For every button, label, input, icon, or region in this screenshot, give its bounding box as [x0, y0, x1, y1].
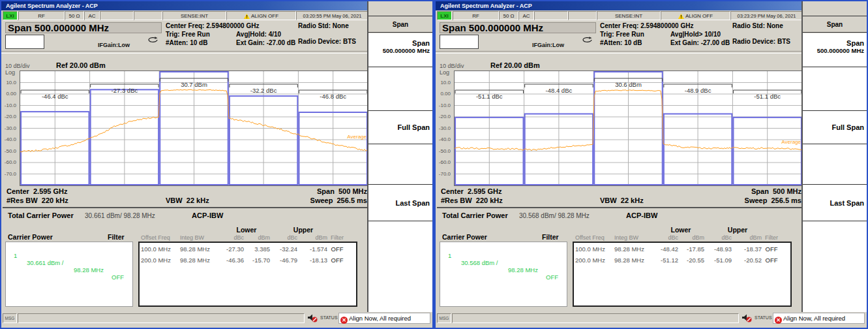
sweep-time-footer: Sweep 256.5 ms: [703, 196, 801, 204]
clock: 03:23:29 PM May 06, 2021: [730, 11, 803, 20]
y-axis-tick-label: 10.0: [440, 80, 451, 86]
annotation-box: [5, 35, 44, 49]
spectrum-trace-svg: -51.1 dBc-48.4 dBc30.6 dBm-48.9 dBc-51.1…: [455, 71, 802, 185]
col-upper-dbc: dBc: [270, 234, 297, 241]
measurement-mode-label: ACP-IBW: [626, 212, 657, 219]
last-span-softkey[interactable]: Last Span: [368, 185, 432, 221]
carrier-bw-value: 98.28 MHz: [508, 266, 538, 274]
upper-header: Upper: [284, 226, 323, 234]
clock: 03:20:55 PM May 06, 2021: [296, 11, 368, 20]
table-row: 200.0 MHz 98.28 MHz -46.36 -15.70 -46.79…: [141, 257, 347, 264]
carrier-bw-value: 98.28 MHz: [74, 266, 104, 274]
svg-text:-27.3 dBc: -27.3 dBc: [112, 87, 138, 94]
ifgain-label: IFGain:Low: [98, 42, 130, 48]
speaker-muted-icon: [741, 313, 753, 323]
rf-input-indicator: RF: [18, 11, 65, 20]
span-softkey[interactable]: Span 500.000000 MHz: [803, 33, 867, 67]
softkey-empty: [803, 67, 867, 111]
y-axis-tick-label: -70.0: [5, 171, 16, 177]
table-row: 200.0 MHz 98.28 MHz -51.12 -20.55 -51.09…: [575, 257, 781, 264]
span-softkey-label: Span: [803, 39, 864, 47]
total-carrier-power-label: Total Carrier Power: [442, 212, 508, 219]
offset-freq-cell: 100.0 MHz: [575, 245, 614, 253]
atten-readout: #Atten: 10 dB: [166, 39, 207, 46]
y-axis-tick-label: -20.0: [5, 114, 16, 119]
radio-std-readout: Radio Std: None: [732, 22, 783, 29]
span-footer: Span 500 MHz: [710, 187, 801, 195]
col-filter: Filter: [327, 234, 347, 241]
offset-freq-cell: 100.0 MHz: [141, 245, 180, 253]
total-carrier-power-label: Total Carrier Power: [8, 212, 74, 219]
lower-dbm-cell: -17.85: [678, 245, 704, 253]
lower-dbc-cell: -46.36: [218, 257, 244, 264]
lower-header: Lower: [661, 226, 700, 234]
active-function-display: Span 500.000000 MHz: [5, 22, 162, 33]
ext-gain-readout: Ext Gain: -27.00 dB: [670, 39, 730, 46]
window-title: Agilent Spectrum Analyzer - ACP: [440, 3, 532, 9]
status-cell-empty: [100, 11, 134, 20]
carrier-power-value: 30.568 dBm /: [461, 259, 498, 266]
full-span-softkey[interactable]: Full Span: [803, 111, 867, 144]
upper-dbc-cell: -46.79: [270, 257, 297, 264]
ref-level-label: Ref 20.00 dBm: [490, 61, 540, 69]
lower-header: Lower: [227, 226, 266, 234]
svg-text:-46.4 dBc: -46.4 dBc: [42, 93, 68, 100]
softkey-empty: [368, 67, 432, 111]
span-softkey[interactable]: Span 500.000000 MHz: [368, 33, 432, 67]
col-integ-bw: Integ BW: [180, 234, 218, 241]
res-bw-footer: #Res BW 220 kHz: [441, 196, 503, 204]
align-warning: ✕Align Now, All required: [338, 313, 430, 324]
align-warning: ✕Align Now, All required: [773, 313, 865, 324]
svg-text:-48.4 dBc: -48.4 dBc: [546, 87, 573, 94]
filter-cell: OFF: [327, 245, 347, 253]
upper-header: Upper: [718, 226, 757, 234]
lower-dbc-cell: -27.30: [218, 245, 244, 253]
msg-label: MSG: [437, 313, 451, 323]
center-freq-readout: Center Freq: 2.594800000 GHz: [166, 22, 259, 29]
upper-dbm-cell: -18.13: [297, 257, 327, 264]
svg-text:30.7 dBm: 30.7 dBm: [181, 81, 207, 88]
svg-text:-46.8 dBc: -46.8 dBc: [320, 93, 346, 100]
y-axis-tick-label: -30.0: [5, 125, 16, 131]
col-offset-freq: Offset Freq: [575, 234, 614, 241]
upper-dbc-cell: -51.09: [704, 257, 732, 264]
span-softkey-value: 500.000000 MHz: [803, 47, 864, 54]
filter-cell: OFF: [762, 257, 781, 264]
softkey-empty: [368, 144, 432, 185]
col-lower-dbc: dBc: [652, 234, 678, 241]
last-span-softkey[interactable]: Last Span: [803, 185, 867, 221]
y-axis-tick-label: -50.0: [5, 148, 16, 154]
col-offset-freq: Offset Freq: [141, 234, 180, 241]
svg-text:-48.9 dBc: -48.9 dBc: [685, 87, 711, 94]
integ-bw-cell: 98.28 MHz: [614, 245, 652, 253]
col-upper-dbm: dBm: [297, 234, 327, 241]
carrier-row: 1 30.568 dBm / 98.28 MHz OFF: [440, 245, 567, 288]
svg-text:30.6 dBm: 30.6 dBm: [615, 81, 642, 88]
full-span-softkey[interactable]: Full Span: [368, 111, 432, 144]
carrier-filter-value: OFF: [546, 274, 558, 281]
y-axis-tick-label: -60.0: [439, 159, 451, 165]
vbw-footer: VBW 22 kHz: [600, 196, 644, 204]
carrier-power-label: Carrier Power: [442, 233, 487, 241]
y-axis-tick-label: -40.0: [5, 136, 16, 142]
message-status-bar: MSG STATUS ✕Align Now, All required: [1, 312, 432, 328]
integ-bw-cell: 98.28 MHz: [180, 257, 218, 264]
y-axis-tick-label: -10.0: [439, 102, 451, 108]
error-icon: ✕: [775, 317, 782, 324]
analyzer-window: Agilent Spectrum Analyzer - ACP LXI RF 5…: [1, 1, 432, 328]
y-axis-tick-label: -50.0: [439, 148, 451, 154]
message-status-bar: MSG STATUS ✕Align Now, All required: [436, 312, 867, 328]
avg-hold-readout: Avg|Hold> 10/10: [670, 31, 721, 38]
col-upper-dbm: dBm: [732, 234, 762, 241]
svg-text:-32.2 dBc: -32.2 dBc: [250, 87, 277, 94]
align-off-indicator: !ALIGN OFF: [661, 11, 730, 20]
sense-indicator: SENSE:INT: [162, 11, 226, 20]
filter-cell: OFF: [327, 257, 347, 264]
impedance-indicator: 50 Ω: [65, 11, 84, 20]
y-axis-tick-label: -40.0: [439, 136, 451, 142]
continuous-sweep-icon: [582, 36, 593, 44]
upper-dbc-cell: -48.93: [704, 245, 732, 253]
spectrum-plot: -46.4 dBc-27.3 dBc30.7 dBm-32.2 dBc-46.8…: [20, 70, 368, 186]
impedance-indicator: 50 Ω: [499, 11, 518, 20]
y-axis-labels: 10.00.00-10.0-20.0-30.0-40.0-50.0-60.0-7…: [1, 70, 18, 185]
